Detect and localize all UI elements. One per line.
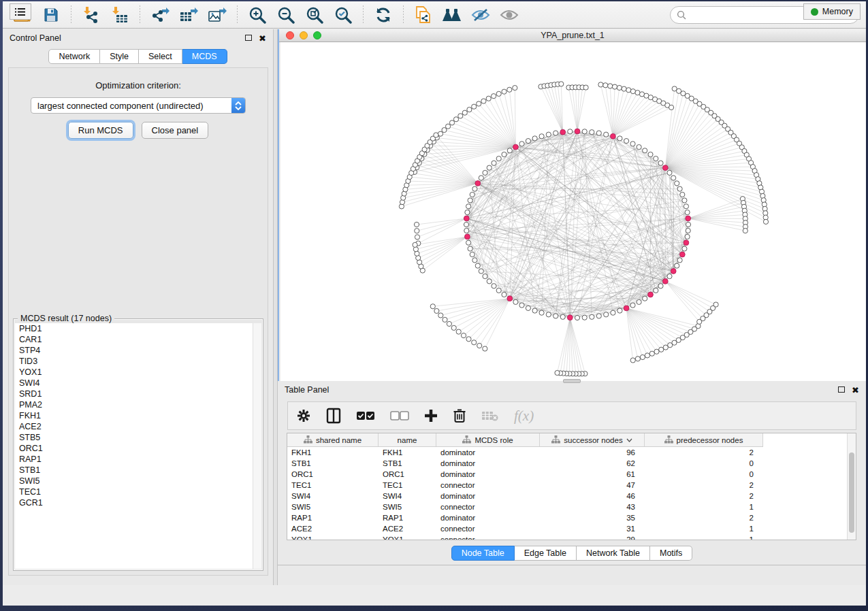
tab-network[interactable]: Network xyxy=(48,49,100,64)
table-row[interactable]: FKH1FKH1dominator962 xyxy=(287,447,856,458)
column-header-MCDS-role[interactable]: MCDS role xyxy=(436,433,540,446)
table-row[interactable]: SWI4SWI4dominator462 xyxy=(287,491,856,501)
deselect-all-icon[interactable] xyxy=(390,411,409,420)
column-header-predecessor-nodes[interactable]: predecessor nodes xyxy=(645,433,763,446)
table-row[interactable]: RAP1RAP1dominator352 xyxy=(287,512,856,523)
cell-shared-name: ACE2 xyxy=(287,525,379,533)
mcds-result-title: MCDS result (17 nodes) xyxy=(18,314,114,323)
zoom-out-icon[interactable] xyxy=(273,4,299,26)
tab-node-table[interactable]: Node Table xyxy=(451,546,515,561)
mcds-result-item[interactable]: SWI4 xyxy=(15,378,253,389)
mcds-result-item[interactable]: SRD1 xyxy=(15,389,253,399)
network-window-titlebar[interactable]: YPA_prune.txt_1 xyxy=(279,29,866,42)
vertical-splitter[interactable] xyxy=(273,29,278,585)
cell-name: FKH1 xyxy=(379,448,436,457)
tab-mcds[interactable]: MCDS xyxy=(182,49,227,64)
hide-selected-icon[interactable] xyxy=(468,4,494,26)
export-table-icon[interactable] xyxy=(176,4,202,26)
mcds-result-item[interactable]: TEC1 xyxy=(15,486,253,497)
cell-MCDS-role: dominator xyxy=(436,459,540,467)
network-view-title: YPA_prune.txt_1 xyxy=(279,31,866,40)
table-settings-icon[interactable] xyxy=(296,408,311,423)
import-table-icon[interactable] xyxy=(107,4,133,26)
mcds-result-item[interactable]: STP4 xyxy=(15,345,253,356)
toolbar-separator xyxy=(71,5,71,24)
save-session-icon[interactable] xyxy=(38,4,64,26)
mcds-result-item[interactable]: SWI5 xyxy=(15,476,253,486)
table-row[interactable]: ORC1ORC1dominator610 xyxy=(287,469,856,480)
mcds-result-item[interactable]: STB5 xyxy=(15,432,253,443)
mcds-result-item[interactable]: CAR1 xyxy=(15,334,253,345)
control-panel-tabs: NetworkStyleSelectMCDS xyxy=(48,49,227,64)
mcds-result-item[interactable]: ACE2 xyxy=(15,421,253,432)
mcds-result-item[interactable]: PHD1 xyxy=(15,323,253,334)
table-row[interactable]: SWI5SWI5connector431 xyxy=(287,501,856,512)
cell-MCDS-role: connector xyxy=(436,525,540,533)
binoculars-icon[interactable] xyxy=(439,4,465,26)
export-image-icon[interactable] xyxy=(204,4,230,26)
run-mcds-button[interactable]: Run MCDS xyxy=(68,122,133,139)
add-icon[interactable] xyxy=(424,409,438,423)
table-row[interactable]: ACE2ACE2connector311 xyxy=(287,523,856,534)
delete-icon[interactable] xyxy=(453,408,466,423)
cell-successor-nodes: 35 xyxy=(540,514,645,522)
cell-shared-name: STB1 xyxy=(287,459,379,467)
mcds-result-list[interactable]: PHD1CAR1STP4TID3YOX1SWI4SRD1PMA2FKH1ACE2… xyxy=(15,323,253,569)
close-table-panel-icon[interactable]: ✖ xyxy=(852,385,859,395)
mcds-result-item[interactable]: ORC1 xyxy=(15,443,253,454)
import-network-icon[interactable] xyxy=(78,4,104,26)
mcds-node xyxy=(686,216,691,221)
zoom-fit-icon[interactable] xyxy=(302,4,327,26)
table-scrollbar[interactable] xyxy=(847,433,856,540)
horizontal-splitter-handle[interactable] xyxy=(563,379,581,383)
tab-select[interactable]: Select xyxy=(139,49,182,64)
float-table-panel-icon[interactable] xyxy=(838,385,845,395)
mcds-result-item[interactable]: RAP1 xyxy=(15,454,253,465)
mcds-node xyxy=(513,144,519,150)
mcds-result-item[interactable]: STB1 xyxy=(15,465,253,476)
cell-successor-nodes: 62 xyxy=(540,459,645,467)
column-header-name[interactable]: name xyxy=(379,433,436,446)
column-header-shared-name[interactable]: shared name xyxy=(287,433,379,446)
cell-successor-nodes: 96 xyxy=(540,448,645,457)
select-all-icon[interactable] xyxy=(356,411,375,420)
mcds-result-item[interactable]: GCR1 xyxy=(15,497,253,508)
mcds-result-item[interactable]: YOX1 xyxy=(15,367,253,378)
network-canvas[interactable] xyxy=(280,42,866,381)
tab-edge-table[interactable]: Edge Table xyxy=(515,546,577,561)
mcds-list-scrollbar[interactable] xyxy=(253,323,261,569)
duplicate-network-icon[interactable] xyxy=(411,4,436,26)
node-table[interactable]: shared namenameMCDS rolesuccessor nodesp… xyxy=(287,433,856,540)
task-history-button[interactable] xyxy=(10,3,31,20)
float-panel-icon[interactable] xyxy=(245,33,252,43)
table-row[interactable]: YOX1YOX1connector291 xyxy=(287,534,856,540)
table-row[interactable]: TEC1TEC1connector472 xyxy=(287,480,856,491)
zoom-selected-icon[interactable] xyxy=(330,4,356,26)
cell-predecessor-nodes: 0 xyxy=(645,470,763,478)
cell-predecessor-nodes: 1 xyxy=(645,535,763,540)
toolbar-separator xyxy=(140,5,140,24)
memory-button[interactable]: Memory xyxy=(803,3,861,20)
criterion-select[interactable]: largest connected component (undirected) xyxy=(31,97,246,114)
mcds-result-item[interactable]: TID3 xyxy=(15,356,253,367)
mcds-result-item[interactable]: FKH1 xyxy=(15,410,253,421)
show-all-icon[interactable] xyxy=(496,4,522,26)
show-columns-icon[interactable] xyxy=(326,408,341,424)
zoom-in-icon[interactable] xyxy=(244,4,270,26)
tab-style[interactable]: Style xyxy=(100,49,139,64)
export-network-icon[interactable] xyxy=(147,4,173,26)
mcds-result-item[interactable]: PMA2 xyxy=(15,399,253,410)
cell-name: STB1 xyxy=(379,459,436,467)
tab-motifs[interactable]: Motifs xyxy=(650,546,692,561)
close-panel-icon[interactable]: ✖ xyxy=(259,33,266,44)
close-panel-button[interactable]: Close panel xyxy=(142,122,209,139)
network-view-window: YPA_prune.txt_1 xyxy=(278,29,866,381)
mcds-node xyxy=(684,240,689,246)
apply-layout-icon[interactable] xyxy=(370,4,396,26)
column-header-successor-nodes[interactable]: successor nodes xyxy=(540,433,645,446)
mcds-tab-content: Optimization criterion: largest connecte… xyxy=(8,67,268,576)
table-row[interactable]: STB1STB1dominator620 xyxy=(287,458,856,469)
network-graph[interactable] xyxy=(280,42,868,380)
cell-shared-name: YOX1 xyxy=(287,535,379,540)
tab-network-table[interactable]: Network Table xyxy=(577,546,650,561)
